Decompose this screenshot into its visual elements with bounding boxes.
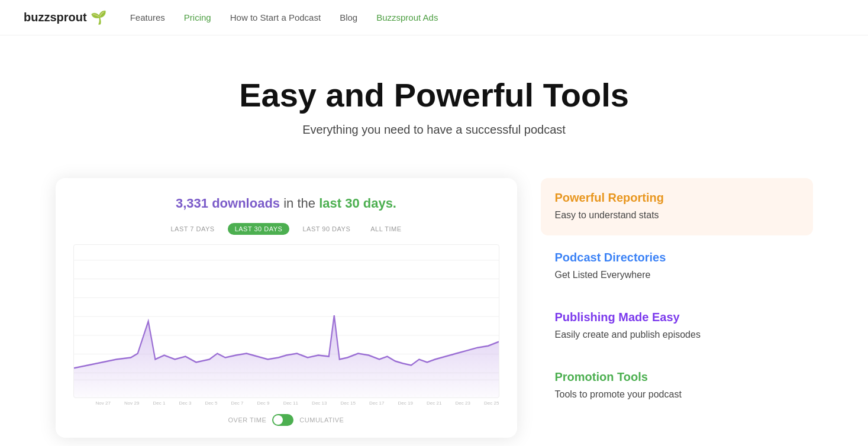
feature-title-reporting: Powerful Reporting bbox=[555, 191, 799, 205]
logo-text: buzzsprout bbox=[24, 11, 87, 24]
feature-title-promotion: Promotion Tools bbox=[555, 370, 799, 384]
chart-area bbox=[73, 244, 499, 398]
nav-pricing[interactable]: Pricing bbox=[184, 12, 211, 22]
logo-icon: 🌱 bbox=[91, 10, 107, 25]
toggle-label-right: CUMULATIVE bbox=[299, 416, 344, 424]
x-axis-labels: Nov 27 Nov 29 Dec 1 Dec 3 Dec 5 Dec 7 De… bbox=[96, 398, 499, 406]
tab-all-time[interactable]: ALL TIME bbox=[363, 223, 408, 235]
toggle-label-left: OVER TIME bbox=[228, 416, 267, 424]
features-sidebar: Powerful Reporting Easy to understand st… bbox=[541, 178, 813, 417]
tab-last-30-days[interactable]: LAST 30 DAYS bbox=[228, 223, 290, 235]
feature-podcast-directories[interactable]: Podcast Directories Get Listed Everywher… bbox=[541, 238, 813, 295]
feature-powerful-reporting[interactable]: Powerful Reporting Easy to understand st… bbox=[541, 178, 813, 235]
chart-title: 3,331 downloads in the last 30 days. bbox=[73, 196, 499, 211]
tab-last-7-days[interactable]: LAST 7 DAYS bbox=[163, 223, 221, 235]
chart-card: 3,331 downloads in the last 30 days. LAS… bbox=[56, 178, 517, 438]
navigation: buzzsprout 🌱 Features Pricing How to Sta… bbox=[0, 0, 868, 35]
feature-promotion-tools[interactable]: Promotion Tools Tools to promote your po… bbox=[541, 357, 813, 415]
main-content: 3,331 downloads in the last 30 days. LAS… bbox=[20, 160, 848, 446]
downloads-suffix: in the bbox=[283, 196, 319, 211]
hero-section: Easy and Powerful Tools Everything you n… bbox=[0, 35, 868, 160]
toggle-switch[interactable] bbox=[272, 414, 293, 426]
feature-desc-promotion: Tools to promote your podcast bbox=[555, 387, 799, 402]
chart-svg bbox=[74, 245, 499, 397]
downloads-count: 3,331 downloads bbox=[176, 196, 280, 211]
feature-title-publishing: Publishing Made Easy bbox=[555, 311, 799, 324]
nav-blog[interactable]: Blog bbox=[340, 12, 357, 22]
hero-subtitle: Everything you need to have a successful… bbox=[12, 123, 856, 137]
feature-desc-publishing: Easily create and publish episodes bbox=[555, 328, 799, 342]
hero-title: Easy and Powerful Tools bbox=[12, 77, 856, 114]
time-tabs: LAST 7 DAYS LAST 30 DAYS LAST 90 DAYS AL… bbox=[73, 223, 499, 235]
feature-desc-reporting: Easy to understand stats bbox=[555, 208, 799, 222]
feature-publishing-made-easy[interactable]: Publishing Made Easy Easily create and p… bbox=[541, 298, 813, 355]
logo[interactable]: buzzsprout 🌱 bbox=[24, 10, 107, 25]
feature-desc-directories: Get Listed Everywhere bbox=[555, 268, 799, 282]
feature-title-directories: Podcast Directories bbox=[555, 251, 799, 264]
nav-how-to[interactable]: How to Start a Podcast bbox=[230, 12, 321, 22]
nav-links: Features Pricing How to Start a Podcast … bbox=[130, 12, 438, 23]
chart-area-fill bbox=[74, 315, 499, 397]
downloads-highlight: last 30 days. bbox=[319, 196, 396, 211]
tab-last-90-days[interactable]: LAST 90 DAYS bbox=[295, 223, 357, 235]
nav-ads[interactable]: Buzzsprout Ads bbox=[376, 12, 438, 22]
chart-toggle: OVER TIME CUMULATIVE bbox=[73, 414, 499, 426]
nav-features[interactable]: Features bbox=[130, 12, 165, 22]
